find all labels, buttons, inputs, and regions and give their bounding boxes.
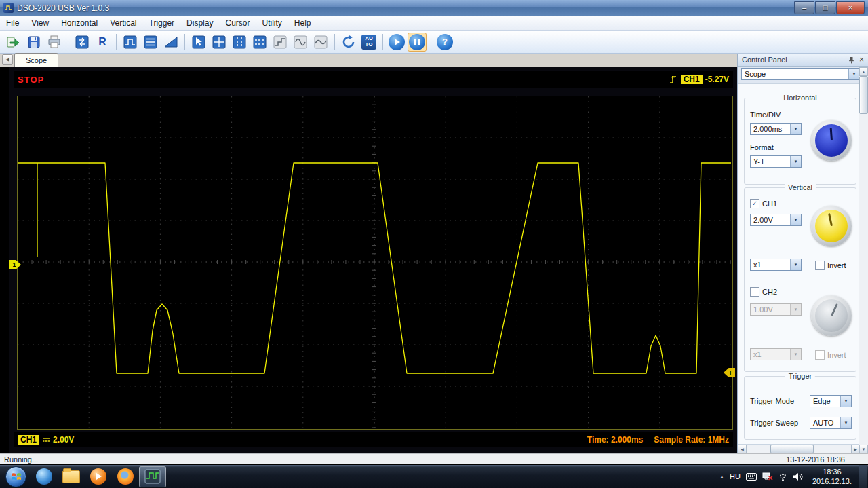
- speaker-icon[interactable]: [793, 472, 803, 481]
- trigger-sweep-select[interactable]: AUTO ▼: [810, 417, 852, 429]
- ch2-scale-select[interactable]: 1.00V ▼: [750, 303, 802, 316]
- record-button[interactable]: R: [93, 33, 112, 52]
- chevron-left-icon: ◀: [5, 57, 9, 62]
- format-value: Y-T: [751, 157, 790, 166]
- menu-vertical[interactable]: Vertical: [104, 16, 142, 30]
- acquisition-status: STOP: [18, 75, 44, 85]
- taskbar-clock[interactable]: 18:36 2016.12.13.: [808, 467, 856, 487]
- sine-wave-button[interactable]: [291, 33, 310, 52]
- run-button[interactable]: [387, 33, 406, 52]
- scroll-down-button[interactable]: ▼: [859, 445, 868, 453]
- vertical-group: Vertical ✓ CH1 2.00V ▼ x1 ▼ Invert: [744, 187, 856, 372]
- refresh-button[interactable]: [339, 33, 358, 52]
- step-wave-button[interactable]: [271, 33, 290, 52]
- chevron-down-icon: ▼: [790, 349, 801, 360]
- horizontal-scroll-thumb[interactable]: [770, 445, 814, 453]
- display-disconnected-icon[interactable]: [762, 472, 773, 481]
- menu-file[interactable]: File: [0, 16, 25, 30]
- chevron-down-icon: ▼: [790, 304, 801, 315]
- ramp-button[interactable]: [161, 33, 180, 52]
- measure-icon: [143, 35, 158, 50]
- pulse-wave-button[interactable]: [121, 33, 140, 52]
- autoset-button[interactable]: AU TO: [359, 33, 378, 52]
- maximize-button[interactable]: □: [815, 1, 835, 14]
- ch2-position-knob[interactable]: [811, 295, 852, 336]
- pause-button[interactable]: [408, 33, 427, 52]
- ch2-enable-checkbox[interactable]: CH2: [750, 287, 777, 297]
- app-icon[interactable]: [3, 3, 14, 13]
- cursor-tool-button[interactable]: [189, 33, 208, 52]
- tab-scope[interactable]: Scope: [14, 53, 58, 67]
- tab-scroll-left-button[interactable]: ◀: [2, 54, 13, 65]
- menu-display[interactable]: Display: [180, 16, 219, 30]
- open-button[interactable]: [4, 33, 23, 52]
- panel-close-icon[interactable]: ×: [859, 56, 864, 64]
- sample-rate-readout: Sample Rate: 1MHz: [654, 435, 729, 445]
- scope-display: STOP CH1 -5.27V 1 T CH1 2.00V Time: 2.00…: [9, 67, 737, 453]
- browser-globe-icon: [36, 468, 52, 485]
- status-bar: Running... 13-12-2016 18:36: [0, 453, 868, 464]
- scroll-left-button[interactable]: ◀: [738, 445, 747, 453]
- grid-button[interactable]: [210, 33, 229, 52]
- usb-device-icon[interactable]: [778, 472, 787, 481]
- time-div-label: Time/DIV: [750, 111, 781, 119]
- horizontal-cursors-button[interactable]: [250, 33, 269, 52]
- chevron-down-icon: ▼: [848, 69, 859, 79]
- panel-vertical-scrollbar[interactable]: ▲ ▼: [859, 67, 868, 453]
- status-text: Running...: [4, 455, 38, 464]
- vertical-scroll-thumb[interactable]: [859, 76, 868, 114]
- ch1-enable-checkbox[interactable]: ✓ CH1: [750, 199, 777, 208]
- trigger-mode-select[interactable]: Edge ▼: [810, 395, 852, 407]
- show-desktop-button[interactable]: [859, 465, 867, 488]
- panel-mode-select[interactable]: Scope ▼: [741, 68, 860, 80]
- keyboard-icon[interactable]: [746, 473, 757, 481]
- close-button[interactable]: ×: [836, 1, 865, 14]
- ch1-invert-checkbox[interactable]: Invert: [815, 261, 846, 270]
- ch2-checkbox-box: [750, 287, 760, 297]
- print-button[interactable]: [45, 33, 64, 52]
- taskbar-browser-icon[interactable]: [31, 466, 58, 487]
- dc-coupling-icon: [41, 436, 51, 444]
- ch2-invert-checkbox[interactable]: Invert: [815, 350, 846, 360]
- panel-horizontal-scrollbar[interactable]: ◀ ▶: [738, 445, 860, 453]
- sine-wave-icon: [293, 35, 308, 50]
- ch1-scale-select[interactable]: 2.00V ▼: [750, 214, 802, 226]
- format-select[interactable]: Y-T ▼: [750, 155, 802, 168]
- taskbar-explorer-icon[interactable]: [58, 466, 85, 487]
- grid-icon: [212, 35, 226, 50]
- help-button[interactable]: ?: [435, 33, 454, 52]
- horizontal-position-knob[interactable]: [811, 120, 852, 161]
- waveform-plot: [17, 96, 733, 430]
- ch1-label: CH1: [762, 200, 777, 208]
- save-button[interactable]: [24, 33, 43, 52]
- menu-cursor[interactable]: Cursor: [219, 16, 256, 30]
- tray-expand-icon[interactable]: ▲: [719, 474, 724, 479]
- menu-trigger[interactable]: Trigger: [143, 16, 181, 30]
- ch1-probe-select[interactable]: x1 ▼: [750, 259, 802, 271]
- minimize-button[interactable]: –: [794, 1, 814, 14]
- xy-display-button[interactable]: [73, 33, 92, 52]
- control-panel-title: Control Panel: [742, 56, 787, 64]
- start-button[interactable]: [5, 466, 26, 487]
- status-datetime: 13-12-2016 18:36: [786, 455, 864, 464]
- time-per-div-readout: Time: 2.000ms: [587, 435, 644, 445]
- window-controls: – □ ×: [794, 1, 865, 14]
- taskbar-dso-app-button[interactable]: [139, 466, 166, 487]
- time-div-select[interactable]: 2.000ms ▼: [750, 123, 802, 135]
- smooth-sine-button[interactable]: [311, 33, 330, 52]
- windows-taskbar: ▲ HU 18:36 2016.12.13.: [0, 464, 868, 488]
- menu-utility[interactable]: Utility: [256, 16, 288, 30]
- taskbar-firefox-icon[interactable]: [112, 466, 139, 487]
- language-indicator[interactable]: HU: [730, 472, 741, 481]
- pin-icon[interactable]: [848, 56, 854, 64]
- ch1-position-knob[interactable]: [811, 206, 852, 246]
- vertical-cursors-button[interactable]: [230, 33, 249, 52]
- taskbar-media-player-icon[interactable]: [85, 466, 112, 487]
- measure-button[interactable]: [141, 33, 160, 52]
- ch2-probe-select[interactable]: x1 ▼: [750, 348, 802, 360]
- menu-view[interactable]: View: [25, 16, 55, 30]
- menu-help[interactable]: Help: [288, 16, 317, 30]
- scroll-up-button[interactable]: ▲: [859, 67, 868, 76]
- toolbar-separator: [184, 34, 185, 50]
- menu-horizontal[interactable]: Horizontal: [55, 16, 104, 30]
